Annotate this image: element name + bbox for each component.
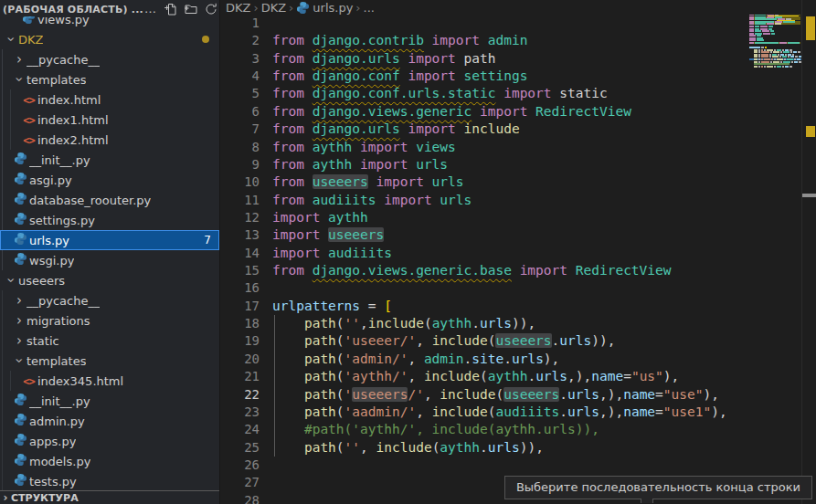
code-line[interactable]: 7from django.urls import include	[220, 121, 801, 138]
tree-item-settings-py[interactable]: settings.py	[0, 210, 219, 230]
code-token: from	[272, 51, 313, 66]
breadcrumb-item[interactable]: DKZ	[226, 1, 250, 15]
chevron-right-icon[interactable]: ›	[12, 333, 26, 348]
outline-section-header[interactable]: › СТРУКТУРА	[0, 490, 219, 504]
breadcrumb-item[interactable]: ...	[364, 1, 375, 15]
code-line[interactable]: 8from aythh import views	[220, 139, 801, 156]
breadcrumb-separator: ›	[289, 1, 293, 15]
code-line[interactable]: 24 #path('aythh/', include(aythh.urls)),	[220, 421, 801, 438]
code-token: django.urls	[313, 121, 400, 136]
chevron-right-icon[interactable]: ›	[12, 313, 26, 328]
code-token: path	[304, 352, 336, 366]
code-token: views	[416, 140, 456, 154]
code-token: from	[272, 86, 313, 100]
explorer-section-header[interactable]: (РАБОЧАЯ ОБЛАСТЬ) ... …	[0, 0, 219, 16]
code-token: audiiits	[313, 193, 376, 207]
tree-item--init-py[interactable]: __init__.py	[0, 391, 219, 411]
code-token: import	[495, 86, 559, 100]
code-line[interactable]: 3from django.urls import path	[220, 50, 801, 68]
breadcrumb-item[interactable]: DKZ	[261, 1, 286, 15]
code-token: include	[424, 369, 480, 383]
code-line[interactable]: 19 path('useeer/', include(useeers.urls)…	[220, 332, 801, 350]
code-line[interactable]: 13import useeers	[220, 226, 801, 244]
code-text: from aythh import views	[260, 139, 456, 156]
tree-item--init-py[interactable]: __init__.py	[0, 150, 219, 170]
code-token: urls	[512, 352, 544, 366]
breadcrumb-item[interactable]: urls.py	[313, 1, 353, 15]
code-text	[260, 279, 272, 297]
code-line[interactable]: 10from useeers import urls	[220, 173, 801, 191]
tree-item-urls-py[interactable]: urls.py7	[0, 230, 219, 250]
code-line[interactable]: 17urlpatterns = [	[220, 298, 801, 315]
tree-item-templates[interactable]: ›templates	[0, 69, 219, 89]
tree-item-label: models.py	[29, 455, 90, 468]
code-token: name	[591, 369, 623, 383]
code-line[interactable]: 6from django.views.generic import Redire…	[220, 103, 801, 121]
code-token: import	[400, 51, 464, 66]
chevron-down-icon[interactable]: ›	[12, 353, 26, 368]
code-line[interactable]: 11from audiiits import urls	[220, 192, 801, 209]
new-file-icon[interactable]	[164, 2, 178, 16]
tree-item-admin-py[interactable]: admin.py	[0, 411, 219, 431]
tree-item-templates[interactable]: ›templates	[0, 351, 219, 371]
chevron-down-icon[interactable]: ›	[4, 32, 18, 47]
tree-item-useeers[interactable]: ›useeers	[0, 270, 219, 290]
chevron-down-icon[interactable]: ›	[4, 273, 18, 288]
code-token: path	[304, 440, 336, 455]
code-line[interactable]: 15from django.views.generic.base import …	[220, 262, 801, 279]
code-line[interactable]: 2from django.contrib import admin	[220, 32, 801, 49]
code-token: (	[336, 369, 344, 383]
code-line[interactable]: 20 path('admin/', admin.site.urls),	[220, 351, 801, 368]
new-folder-icon[interactable]	[184, 2, 198, 16]
tree-item-static[interactable]: ›static	[0, 331, 219, 351]
tree-item--pycache-[interactable]: ›__pycache__	[0, 49, 219, 69]
code-token: (	[424, 316, 432, 331]
code-line[interactable]: 14import audiiits	[220, 245, 801, 262]
chevron-right-icon[interactable]: ›	[12, 293, 26, 308]
code-line[interactable]: 21 path('aythh/', include(aythh.urls,),n…	[220, 368, 801, 385]
code-token: .	[559, 404, 567, 419]
minimap-line	[749, 66, 793, 68]
tree-item-database-roouter-py[interactable]: database_roouter.py	[0, 190, 219, 210]
code-line[interactable]: 26	[220, 457, 801, 474]
more-actions-icon[interactable]: …	[143, 2, 158, 16]
tree-item-apps-py[interactable]: apps.py	[0, 431, 219, 451]
tree-item--pycache-[interactable]: ›__pycache__	[0, 290, 219, 310]
code-token: from	[272, 33, 313, 47]
code-token: from	[272, 193, 313, 207]
code-token: path	[304, 404, 336, 419]
minimap[interactable]	[749, 9, 801, 79]
tree-item-dkz[interactable]: ›DKZ	[0, 29, 219, 49]
code-token: .	[527, 369, 535, 383]
code-token: import	[400, 121, 464, 136]
code-line[interactable]: 1	[220, 15, 801, 32]
tree-item-index345-html[interactable]: <>index345.html	[0, 371, 219, 391]
code-line[interactable]: 25 path('', include(aythh.urls)),	[220, 439, 801, 457]
code-token: include	[376, 440, 432, 455]
tree-item-asgi-py[interactable]: asgi.py	[0, 170, 219, 190]
code-line[interactable]: 9from aythh import urls	[220, 156, 801, 173]
code-line[interactable]: 4from django.conf import settings	[220, 68, 801, 85]
code-line[interactable]: 12import aythh	[220, 209, 801, 226]
tree-item-migrations[interactable]: ›migrations	[0, 310, 219, 331]
tree-item-models-py[interactable]: models.py	[0, 451, 219, 471]
code-line[interactable]: 22 path('useeers/', include(useeers.urls…	[220, 386, 801, 404]
chevron-right-icon[interactable]: ›	[12, 52, 26, 67]
tree-item-index2-html[interactable]: <>index2.html	[0, 130, 219, 150]
editor-scrollbar[interactable]	[801, 0, 816, 504]
tree-item-tests-py[interactable]: tests.py	[0, 471, 219, 491]
tree-item-index-html[interactable]: <>index.html	[0, 89, 219, 110]
refresh-icon[interactable]	[204, 2, 218, 16]
line-number: 25	[220, 439, 260, 457]
code-line[interactable]: 23 path('aadmin/', include(audiiits.urls…	[220, 404, 801, 421]
code-line[interactable]: 16	[220, 279, 801, 297]
chevron-down-icon[interactable]: ›	[12, 72, 26, 87]
code-area[interactable]: 12from django.contrib import admin3from …	[220, 15, 801, 504]
python-file-icon	[12, 453, 29, 469]
line-number: 2	[220, 32, 260, 49]
tree-item-index1-html[interactable]: <>index1.html	[0, 110, 219, 130]
tree-item-wsgi-py[interactable]: wsgi.py	[0, 250, 219, 270]
code-line[interactable]: 5from django.conf.urls.static import sta…	[220, 85, 801, 102]
code-line[interactable]: 18 path('',include(aythh.urls)),	[220, 315, 801, 332]
code-text: path('admin/', admin.site.urls),	[260, 351, 559, 368]
